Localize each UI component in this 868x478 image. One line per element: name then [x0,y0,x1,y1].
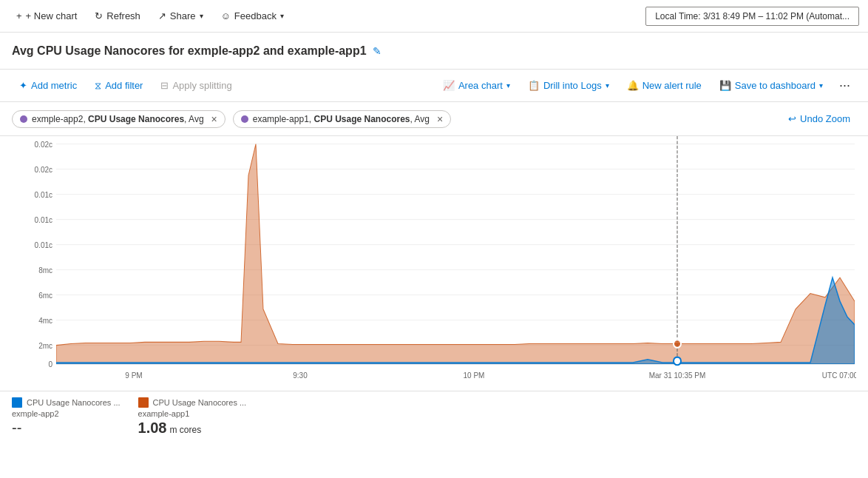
filter-icon: ⧖ [95,80,101,92]
metric-tag-dot-2 [241,115,248,123]
chevron-down-icon: ▾ [606,81,609,90]
metric-tag-label-1: exmple-app2, CPU Usage Nanocores, Avg [32,114,204,124]
drill-into-logs-button[interactable]: 📋 Drill into Logs ▾ [521,76,617,95]
svg-text:0.01c: 0.01c [35,241,52,249]
save-icon: 💾 [719,80,731,91]
svg-text:9:30: 9:30 [293,371,308,380]
share-button[interactable]: ↗ Share ▾ [151,7,211,25]
svg-text:0.02c: 0.02c [35,166,52,174]
svg-text:9 PM: 9 PM [125,371,142,380]
svg-text:8mc: 8mc [38,266,52,275]
chevron-down-icon: ▾ [819,81,823,90]
legend-label-1: CPU Usage Nanocores ... [27,398,121,407]
legend-area: CPU Usage Nanocores ... exmple-app2 -- C… [0,391,868,442]
legend-sub-1: exmple-app2 [12,409,121,418]
save-to-dashboard-button[interactable]: 💾 Save to dashboard ▾ [712,76,830,95]
svg-text:Mar 31 10:35 PM: Mar 31 10:35 PM [649,371,706,380]
svg-text:0.01c: 0.01c [35,191,52,199]
feedback-icon: ☺ [221,10,231,21]
chart-svg: 0.02c 0.02c 0.01c 0.01c 0.01c 8mc 6mc 4m… [12,136,856,388]
title-bar: Avg CPU Usage Nanocores for exmple-app2 … [0,33,868,70]
legend-header-1: CPU Usage Nanocores ... [12,397,121,408]
add-filter-button[interactable]: ⧖ Add filter [87,76,150,95]
new-alert-rule-button[interactable]: 🔔 New alert rule [620,76,709,95]
apply-splitting-button[interactable]: ⊟ Apply splitting [153,76,239,95]
more-options-button[interactable]: ··· [833,76,856,95]
legend-item-2: CPU Usage Nanocores ... example-app1 1.0… [138,397,247,437]
legend-color-bar-1 [12,397,22,408]
legend-unit-2: m cores [170,425,202,435]
refresh-button[interactable]: ↻ Refresh [87,7,148,25]
svg-text:10 PM: 10 PM [464,371,485,380]
svg-text:6mc: 6mc [38,292,52,300]
svg-text:0.02c: 0.02c [35,141,52,149]
svg-text:2mc: 2mc [38,342,52,350]
feedback-button[interactable]: ☺ Feedback ▾ [214,7,291,25]
chevron-down-icon: ▾ [280,12,284,20]
svg-text:4mc: 4mc [38,317,52,325]
svg-point-22 [674,340,681,348]
svg-rect-0 [56,136,855,364]
share-icon: ↗ [158,10,166,21]
area-chart-icon: 📈 [443,80,455,91]
metric-tag-close-2[interactable]: × [437,114,443,124]
legend-item-1: CPU Usage Nanocores ... exmple-app2 -- [12,397,121,437]
splitting-icon: ⊟ [160,80,169,91]
area-chart-button[interactable]: 📈 Area chart ▾ [435,76,518,95]
time-range-button[interactable]: Local Time: 3/31 8:49 PM – 11:02 PM (Aut… [645,7,859,26]
legend-label-2: CPU Usage Nanocores ... [153,398,247,407]
action-toolbar: ✦ Add metric ⧖ Add filter ⊟ Apply splitt… [0,70,868,102]
chevron-down-icon: ▾ [506,81,510,90]
svg-text:UTC 07:00: UTC 07:00 [822,371,856,380]
top-toolbar: + + New chart ↻ Refresh ↗ Share ▾ ☺ Feed… [0,0,868,33]
refresh-icon: ↻ [95,10,103,21]
chart-container: 0.02c 0.02c 0.01c 0.01c 0.01c 8mc 6mc 4m… [0,136,868,388]
metric-tag-dot-1 [20,115,27,123]
plus-icon: + [16,10,22,21]
edit-icon[interactable]: ✎ [373,45,382,57]
svg-text:0: 0 [48,360,52,368]
svg-text:0.01c: 0.01c [35,216,52,224]
logs-icon: 📋 [528,80,540,91]
undo-zoom-button[interactable]: ↩ Undo Zoom [782,110,856,127]
metric-tag-1: exmple-app2, CPU Usage Nanocores, Avg × [12,110,226,128]
chevron-down-icon: ▾ [200,12,203,20]
add-metric-button[interactable]: ✦ Add metric [12,76,84,95]
add-metric-icon: ✦ [19,80,27,91]
svg-point-23 [674,357,681,366]
metric-tag-close-1[interactable]: × [211,114,217,124]
legend-sub-2: example-app1 [138,409,247,418]
top-toolbar-left: + + New chart ↻ Refresh ↗ Share ▾ ☺ Feed… [9,7,645,25]
legend-value-2: 1.08 [138,420,167,437]
top-toolbar-right: Local Time: 3/31 8:49 PM – 11:02 PM (Aut… [645,7,859,26]
undo-zoom-icon: ↩ [788,113,796,124]
legend-value-1: -- [12,420,121,437]
alert-icon: 🔔 [627,80,639,91]
metric-tag-label-2: example-app1, CPU Usage Nanocores, Avg [253,114,430,124]
new-chart-button[interactable]: + + New chart [9,7,84,25]
legend-header-2: CPU Usage Nanocores ... [138,397,247,408]
chart-title: Avg CPU Usage Nanocores for exmple-app2 … [12,44,367,58]
metric-tags-container: exmple-app2, CPU Usage Nanocores, Avg × … [0,102,868,136]
metric-tag-2: example-app1, CPU Usage Nanocores, Avg × [233,110,451,128]
legend-color-bar-2 [138,397,149,408]
